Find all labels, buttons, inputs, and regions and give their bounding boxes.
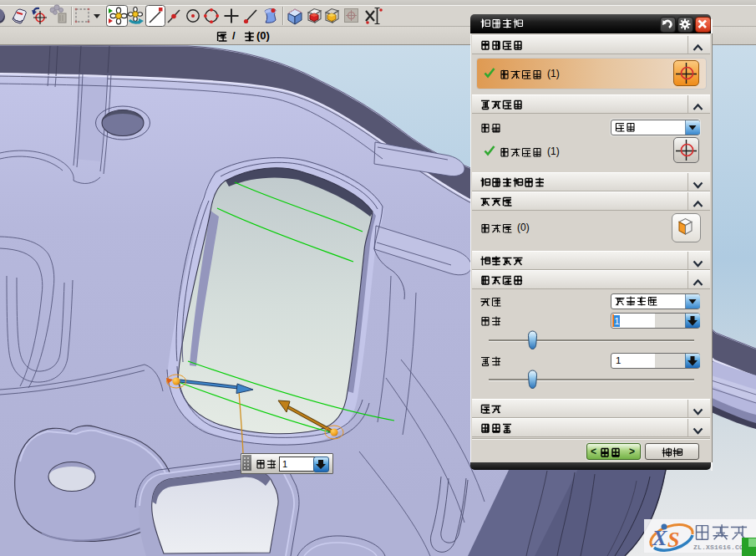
- svg-text:X: X: [652, 526, 667, 550]
- svg-text:S: S: [667, 528, 679, 552]
